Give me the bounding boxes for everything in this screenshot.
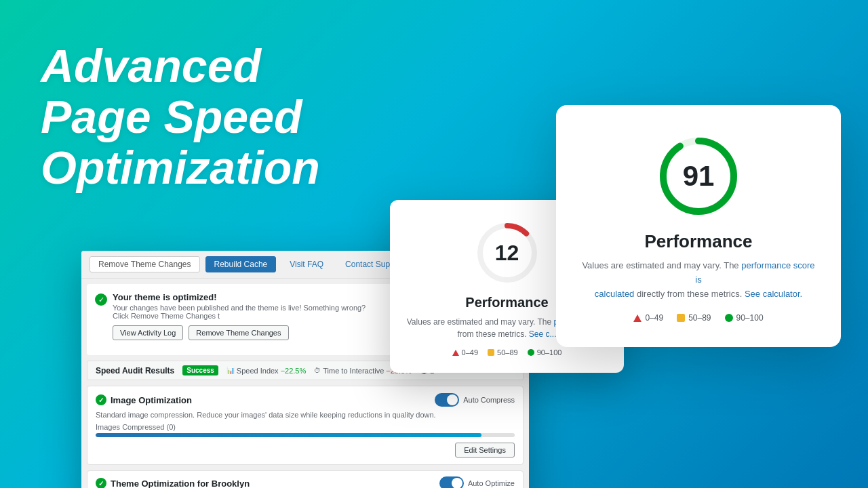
legend-item-high-large: 90–100 (725, 313, 764, 323)
speed-audit-label: Speed Audit Results (96, 366, 174, 375)
theme-optimization-section: Theme Optimization for Brooklyn Auto Opt… (87, 470, 524, 488)
score-number-small: 12 (495, 241, 519, 266)
hero-line1: Advanced (41, 40, 261, 92)
view-activity-button[interactable]: View Activity Log (113, 325, 183, 340)
image-section-desc: Standard image compression. Reduce your … (96, 411, 515, 419)
legend-triangle-large (633, 314, 642, 322)
legend-item-high-small: 90–100 (528, 348, 562, 357)
edit-btn-container: Edit Settings (96, 443, 515, 458)
progress-bar-fill (96, 433, 481, 437)
auto-compress-label: Auto Compress (463, 396, 515, 404)
legend-dot-small (528, 349, 534, 356)
remove-theme-action-button[interactable]: Remove Theme Changes (189, 325, 288, 340)
hero-line3: Optimization (41, 142, 320, 193)
legend-dot-large (725, 314, 733, 322)
legend-item-low-small: 0–49 (452, 348, 478, 357)
legend-triangle-small (452, 350, 459, 356)
image-section-header: Image Optimization Auto Compress (96, 393, 515, 407)
images-compressed-progress: Images Compressed (0) (96, 423, 515, 437)
perf-desc-large: Values are estimated and may vary. The p… (580, 259, 816, 301)
performance-card-large: 91 Performance Values are estimated and … (556, 105, 841, 347)
edit-settings-button[interactable]: Edit Settings (455, 443, 515, 458)
remove-theme-button[interactable]: Remove Theme Changes (90, 256, 200, 272)
score-number-large: 91 (683, 160, 715, 192)
perf-title-large: Performance (580, 231, 816, 252)
theme-section-title: Theme Optimization for Brooklyn (96, 478, 250, 488)
auto-optimize-toggle-area[interactable]: Auto Optimize (439, 476, 515, 488)
legend-square-small (488, 349, 494, 356)
auto-compress-toggle[interactable] (435, 393, 459, 407)
theme-title-text: Theme Optimization for Brooklyn (111, 479, 250, 489)
legend-high-label-small: 90–100 (537, 348, 562, 357)
legend-low-label-large: 0–49 (645, 313, 663, 323)
image-title-text: Image Optimization (111, 395, 192, 405)
legend-large: 0–49 50–89 90–100 (580, 313, 816, 323)
legend-small: 0–49 50–89 90–100 (406, 348, 608, 357)
legend-item-low-large: 0–49 (633, 313, 663, 323)
score-circle-large: 91 (654, 132, 743, 220)
auto-optimize-label: Auto Optimize (468, 479, 515, 487)
legend-low-label-small: 0–49 (462, 348, 478, 357)
progress-label: Images Compressed (0) (96, 423, 515, 431)
image-check-icon (96, 394, 106, 405)
speed-index-value: −22.5% (281, 367, 307, 375)
rebuild-cache-button[interactable]: Rebuild Cache (205, 256, 277, 272)
auto-compress-toggle-area[interactable]: Auto Compress (435, 393, 515, 407)
success-text-area: Your theme is optimized! Your changes ha… (113, 292, 370, 340)
tti-icon: ⏱ (314, 367, 321, 374)
hero-line2: Page Speed (41, 91, 302, 142)
image-optimization-section: Image Optimization Auto Compress Standar… (87, 386, 524, 465)
score-circle-small: 12 (473, 219, 541, 287)
success-desc: Your changes have been published and the… (113, 304, 370, 320)
legend-mid-label-large: 50–89 (688, 313, 711, 323)
legend-mid-label-small: 50–89 (497, 348, 518, 357)
success-title: Your theme is optimized! (113, 292, 370, 302)
speed-index-label: Speed Index (237, 367, 279, 375)
speed-index-metric: 📊 Speed Index −22.5% (226, 367, 306, 375)
speed-audit-badge: Success (182, 365, 218, 375)
legend-high-label-large: 90–100 (736, 313, 764, 323)
see-calculator-link[interactable]: See calculator. (745, 289, 802, 299)
action-buttons: View Activity Log Remove Theme Changes (113, 325, 370, 340)
legend-square-large (677, 314, 685, 322)
legend-item-mid-large: 50–89 (677, 313, 711, 323)
tti-label: Time to Interactive (323, 367, 384, 375)
success-check-icon (95, 293, 107, 306)
theme-check-icon (96, 478, 106, 488)
auto-optimize-toggle[interactable] (439, 476, 464, 488)
image-section-title: Image Optimization (96, 394, 192, 405)
legend-item-mid-small: 50–89 (488, 348, 518, 357)
visit-faq-button[interactable]: Visit FAQ (281, 257, 332, 272)
speed-index-icon: 📊 (226, 367, 235, 374)
see-calc-link-small[interactable]: See c... (529, 329, 557, 339)
progress-bar-background (96, 433, 515, 437)
hero-section: Advanced Page Speed Optimization (41, 41, 320, 192)
theme-section-header: Theme Optimization for Brooklyn Auto Opt… (96, 476, 515, 488)
